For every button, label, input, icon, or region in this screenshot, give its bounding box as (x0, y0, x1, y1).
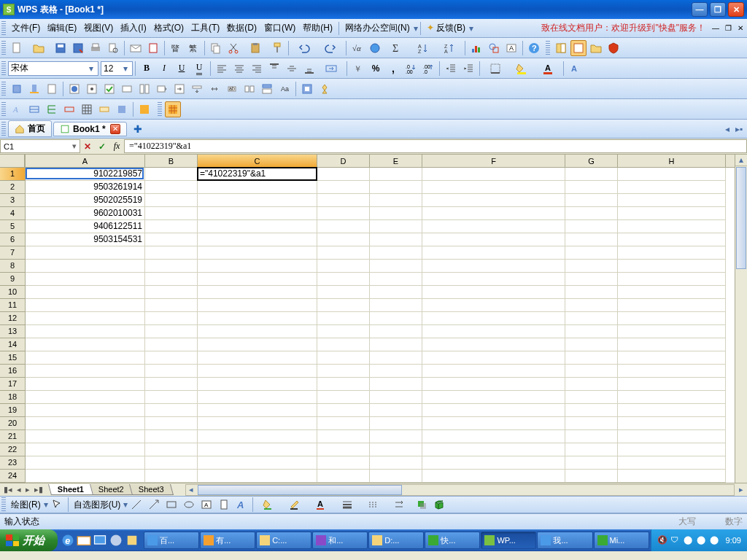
cell-E24[interactable] (370, 470, 422, 483)
draw-menu[interactable]: 绘图(R) (8, 499, 44, 511)
column-header-H[interactable]: H (618, 155, 726, 167)
cell-F1[interactable] (422, 168, 565, 181)
cell-B21[interactable] (145, 430, 198, 443)
taskbar-task[interactable]: WP... (481, 532, 536, 549)
cell-C6[interactable] (198, 233, 317, 246)
cell-D17[interactable] (317, 378, 370, 391)
column-header-B[interactable]: B (145, 155, 198, 167)
row-header-18[interactable]: 18 (0, 391, 25, 404)
cell-D23[interactable] (317, 456, 370, 470)
cell-C3[interactable] (198, 194, 317, 207)
select-objects-icon[interactable] (49, 497, 65, 513)
feedback-link[interactable]: ✦ 反馈(B) (423, 20, 469, 36)
cell-B18[interactable] (145, 391, 198, 404)
row-header-7[interactable]: 7 (0, 246, 25, 260)
cell-D11[interactable] (317, 299, 370, 312)
taskbar-task[interactable]: C:... (256, 532, 311, 549)
sheet-nav-last[interactable]: ▸▮ (32, 485, 45, 494)
hyperlink-icon[interactable] (367, 40, 383, 56)
cell-B15[interactable] (145, 351, 198, 365)
cell-G10[interactable] (565, 286, 618, 299)
cell-D1[interactable] (317, 168, 370, 181)
cell-F24[interactable] (422, 470, 565, 483)
textbox2-icon[interactable]: A (198, 497, 214, 513)
close-button[interactable]: ✕ (728, 2, 744, 17)
cell-F20[interactable] (422, 417, 565, 430)
cell-A14[interactable] (26, 338, 145, 351)
alignright-icon[interactable] (249, 61, 265, 77)
cell-C23[interactable] (198, 456, 317, 470)
clock[interactable]: 9:09 (726, 536, 741, 545)
cell-F18[interactable] (422, 391, 565, 404)
sortasc-icon[interactable]: AZ (411, 40, 436, 56)
cell-B8[interactable] (145, 260, 198, 273)
cell-H3[interactable] (618, 194, 726, 207)
cell-B4[interactable] (145, 207, 198, 220)
print-icon[interactable] (88, 40, 104, 56)
vtextbox-icon[interactable] (216, 497, 232, 513)
cell-C19[interactable] (198, 404, 317, 417)
cell-D9[interactable] (317, 273, 370, 286)
borders-icon[interactable] (483, 61, 508, 77)
dashstyle-icon[interactable] (361, 497, 386, 513)
cell-D18[interactable] (317, 391, 370, 404)
exportpdf-icon[interactable] (145, 40, 161, 56)
drawing-icon[interactable] (486, 40, 502, 56)
cell-G7[interactable] (565, 246, 618, 260)
oval-icon[interactable] (181, 497, 197, 513)
cell-C5[interactable] (198, 220, 317, 233)
cell-G5[interactable] (565, 220, 618, 233)
cell-E11[interactable] (370, 299, 422, 312)
row-header-3[interactable]: 3 (0, 194, 25, 207)
t4-5[interactable] (79, 101, 95, 117)
cell-E4[interactable] (370, 207, 422, 220)
t3-6[interactable] (101, 81, 117, 97)
research-icon[interactable]: 繁 (185, 40, 201, 56)
cell-C20[interactable] (198, 417, 317, 430)
cell-C8[interactable] (198, 260, 317, 273)
cell-F7[interactable] (422, 246, 565, 260)
fontcolor-icon[interactable]: A (535, 61, 560, 77)
cell-E10[interactable] (370, 286, 422, 299)
cell-A24[interactable] (26, 470, 145, 483)
cell-H5[interactable] (618, 220, 726, 233)
menu-insert[interactable]: 插入(I) (117, 20, 150, 36)
decdecimal-icon[interactable]: .00.0 (420, 61, 436, 77)
cell-G20[interactable] (565, 417, 618, 430)
row-header-2[interactable]: 2 (0, 181, 25, 194)
t3-1[interactable] (9, 81, 25, 97)
taskbar-task[interactable]: 和... (312, 532, 368, 549)
cell-A12[interactable] (26, 312, 145, 325)
cell-A8[interactable] (26, 260, 145, 273)
start-button[interactable]: 开始 (0, 529, 58, 551)
cell-D10[interactable] (317, 286, 370, 299)
cell-E20[interactable] (370, 417, 422, 430)
font-size-combo[interactable]: 12▾ (101, 61, 133, 76)
row-header-14[interactable]: 14 (0, 338, 25, 351)
cell-G14[interactable] (565, 338, 618, 351)
t3-3[interactable] (44, 81, 60, 97)
cell-C1[interactable]: ="41022319"&a1 (198, 168, 317, 181)
row-header-12[interactable]: 12 (0, 312, 25, 325)
tray-icon[interactable]: 🛡 (670, 535, 681, 545)
cell-B1[interactable] (145, 168, 198, 181)
row-header-15[interactable]: 15 (0, 351, 25, 365)
cell-B9[interactable] (145, 273, 198, 286)
t4-2[interactable] (26, 101, 42, 117)
cell-H1[interactable] (618, 168, 726, 181)
cell-C4[interactable] (198, 207, 317, 220)
chart-icon[interactable] (468, 40, 484, 56)
cell-B6[interactable] (145, 233, 198, 246)
cell-B12[interactable] (145, 312, 198, 325)
cell-A21[interactable] (26, 430, 145, 443)
undo-icon[interactable] (292, 40, 317, 56)
cell-H9[interactable] (618, 273, 726, 286)
t3-5[interactable] (84, 81, 100, 97)
row-header-6[interactable]: 6 (0, 233, 25, 246)
mdi-close[interactable]: ✕ (735, 23, 746, 33)
menu-data[interactable]: 数据(D) (223, 20, 260, 36)
ie-icon[interactable]: e (61, 532, 75, 548)
cell-G3[interactable] (565, 194, 618, 207)
mdi-minimize[interactable]: — (711, 23, 721, 33)
cell-F21[interactable] (422, 430, 565, 443)
